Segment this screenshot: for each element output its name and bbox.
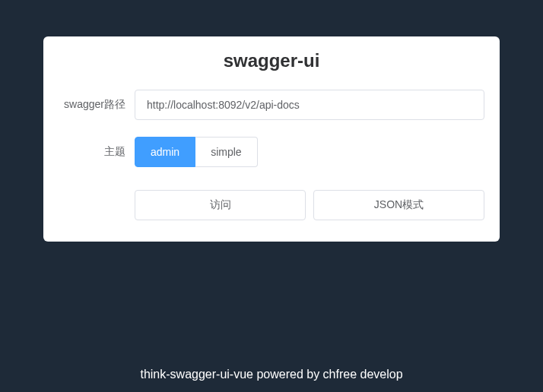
theme-option-admin[interactable]: admin: [135, 137, 195, 167]
path-label: swagger路径: [59, 98, 135, 112]
path-row: swagger路径: [59, 90, 484, 120]
theme-radio-group: admin simple: [135, 137, 484, 167]
action-row: 访问 JSON模式: [135, 190, 484, 220]
theme-input-wrap: admin simple: [135, 137, 484, 167]
visit-button[interactable]: 访问: [135, 190, 306, 220]
theme-option-simple[interactable]: simple: [195, 137, 257, 167]
theme-row: 主题 admin simple: [59, 137, 484, 167]
theme-label: 主题: [59, 145, 135, 159]
page-title: swagger-ui: [59, 50, 484, 71]
config-card: swagger-ui swagger路径 主题 admin simple 访问 …: [43, 36, 500, 242]
path-input-wrap: [135, 90, 484, 120]
swagger-path-input[interactable]: [135, 90, 484, 120]
footer-text: think-swagger-ui-vue powered by chfree d…: [0, 368, 543, 381]
json-mode-button[interactable]: JSON模式: [313, 190, 484, 220]
